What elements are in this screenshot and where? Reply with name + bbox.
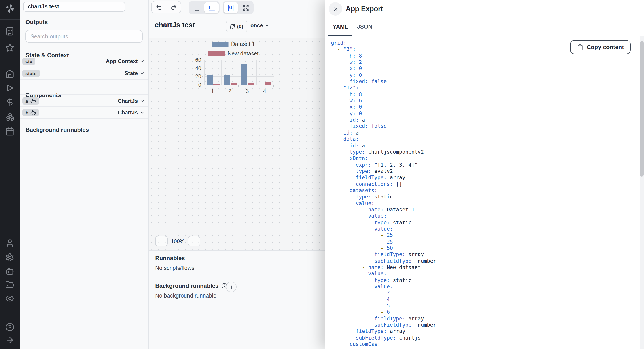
chevron-down-icon[interactable] xyxy=(140,71,145,76)
chart-plot-area xyxy=(204,60,274,85)
yaml-line: type: static xyxy=(331,194,638,200)
legend-label: Dataset 1 xyxy=(231,41,255,47)
axis-tick xyxy=(202,85,204,85)
output-row-state[interactable]: state State xyxy=(20,67,148,79)
yaml-line: w: 2 xyxy=(331,59,638,65)
plus-icon xyxy=(192,239,196,244)
sidebar-item-eye-icon[interactable] xyxy=(5,294,14,303)
axis-tick xyxy=(256,85,256,87)
sidebar-item-user-icon[interactable] xyxy=(5,239,14,248)
yaml-line: datasets: xyxy=(331,187,638,194)
yaml-line: value: xyxy=(331,283,638,290)
runnables-panel-divider xyxy=(240,251,240,349)
yaml-line: y: 0 xyxy=(331,72,638,78)
tab-json[interactable]: JSON xyxy=(353,18,377,36)
zoom-in-button[interactable] xyxy=(188,236,200,246)
sidebar-item-help-circle-icon[interactable] xyxy=(5,323,14,332)
add-background-runnable-button[interactable] xyxy=(226,282,236,292)
sidebar-divider xyxy=(0,66,20,66)
yaml-line: - 4 xyxy=(331,296,638,303)
redo-icon xyxy=(170,4,177,10)
close-icon xyxy=(332,6,338,12)
x-axis-tick-label: 2 xyxy=(223,88,236,94)
yaml-line: fieldType: array xyxy=(331,328,638,335)
desktop-view-button[interactable] xyxy=(204,2,219,13)
yaml-line: type: chartjscomponentv2 xyxy=(331,149,638,155)
hand-pointer-icon xyxy=(31,110,36,115)
bar xyxy=(248,83,254,85)
close-button[interactable] xyxy=(329,2,342,16)
undo-button[interactable] xyxy=(152,2,166,12)
page-title: chartJs test xyxy=(155,21,195,29)
mobile-view-button[interactable] xyxy=(190,2,204,13)
yaml-line: x: 0 xyxy=(331,65,638,72)
app-name-input[interactable] xyxy=(23,2,125,12)
view-toggle-group: |0| xyxy=(223,1,254,14)
x-axis-tick-label: 3 xyxy=(240,88,254,94)
yaml-line: "12": xyxy=(331,85,638,91)
bar xyxy=(231,83,237,85)
fullscreen-button[interactable] xyxy=(238,2,253,13)
sidebar-item-boxes-icon[interactable] xyxy=(5,113,14,122)
axis-tick xyxy=(221,85,222,87)
yaml-code-view[interactable]: grid: - "3": h: 8 w: 2 x: 0 y: 0 fixed: … xyxy=(325,36,638,349)
sidebar-item-folder-open-icon[interactable] xyxy=(5,280,14,289)
sidebar-item-building-icon[interactable] xyxy=(5,27,14,36)
yaml-line: fieldType: array xyxy=(331,251,638,258)
bar xyxy=(207,74,213,85)
app-export-drawer: App Export YAML JSON Copy content grid: … xyxy=(325,0,644,349)
yaml-line: type: evalv2 xyxy=(331,168,638,174)
sidebar-item-arrow-right-icon[interactable] xyxy=(5,336,14,345)
chevron-down-icon[interactable] xyxy=(140,98,145,103)
sidebar-item-calendar-icon[interactable] xyxy=(5,127,14,136)
ctx-badge: ctx xyxy=(22,57,35,64)
output-row-ctx[interactable]: ctx App Context xyxy=(20,54,148,67)
yaml-line: type: static xyxy=(331,277,638,283)
scrollbar-thumb[interactable] xyxy=(640,41,644,177)
scrollbar-track[interactable] xyxy=(640,36,644,349)
sidebar-item-home-icon[interactable] xyxy=(5,69,14,78)
bar xyxy=(224,74,230,85)
yaml-line: w: 6 xyxy=(331,97,638,104)
chevron-down-icon[interactable] xyxy=(140,58,145,64)
yaml-line: value: xyxy=(331,213,638,219)
component-row-a[interactable]: a ChartJs xyxy=(20,94,148,107)
chevron-down-icon xyxy=(264,23,270,28)
yaml-line: x: 0 xyxy=(331,104,638,110)
axis-tick xyxy=(204,85,204,87)
yaml-line: value: xyxy=(331,271,638,277)
tab-yaml[interactable]: YAML xyxy=(328,18,353,36)
redo-button[interactable] xyxy=(166,2,181,12)
legend-item: Dataset 1 xyxy=(212,41,255,47)
yaml-line: expr: "[1, 2, 3, 4]" xyxy=(331,162,638,168)
zoom-out-button[interactable] xyxy=(155,236,168,246)
gridline xyxy=(204,60,204,85)
sidebar-item-bot-icon[interactable] xyxy=(5,267,14,276)
drawer-header: App Export xyxy=(325,0,644,19)
app-root: |0| Outputs State & Context ctx App Cont… xyxy=(0,0,644,349)
sidebar-item-star-icon[interactable] xyxy=(5,43,14,52)
outputs-toggle-button[interactable]: |0| xyxy=(224,2,238,13)
chevron-down-icon[interactable] xyxy=(140,110,145,115)
y-axis-tick-label: 40 xyxy=(185,65,201,71)
sidebar-item-play-icon[interactable] xyxy=(5,83,14,92)
refresh-mode-dropdown[interactable]: once xyxy=(250,22,270,28)
yaml-line: - 50 xyxy=(331,245,638,251)
background-runnables-title: Background runnables xyxy=(26,126,89,133)
search-outputs-input[interactable] xyxy=(26,30,143,43)
x-axis-tick-label: 4 xyxy=(258,88,271,94)
sidebar-item-settings-icon[interactable] xyxy=(5,253,14,262)
component-row-b[interactable]: b ChartJs xyxy=(20,106,148,119)
refresh-icon xyxy=(230,24,236,29)
axis-tick xyxy=(273,85,274,87)
windmill-logo-icon[interactable] xyxy=(4,3,15,14)
axis-tick xyxy=(202,76,204,77)
yaml-line: id: a xyxy=(331,117,638,123)
y-axis-tick-label: 20 xyxy=(185,73,201,80)
drawer-title: App Export xyxy=(346,5,383,13)
outputs-panel: Outputs State & Context ctx App Context … xyxy=(20,14,148,349)
component-b-badge: b xyxy=(22,109,39,116)
copy-content-button[interactable]: Copy content xyxy=(570,40,630,54)
sidebar-item-dollar-sign-icon[interactable] xyxy=(5,98,14,107)
refresh-button[interactable]: (0) xyxy=(226,20,247,32)
